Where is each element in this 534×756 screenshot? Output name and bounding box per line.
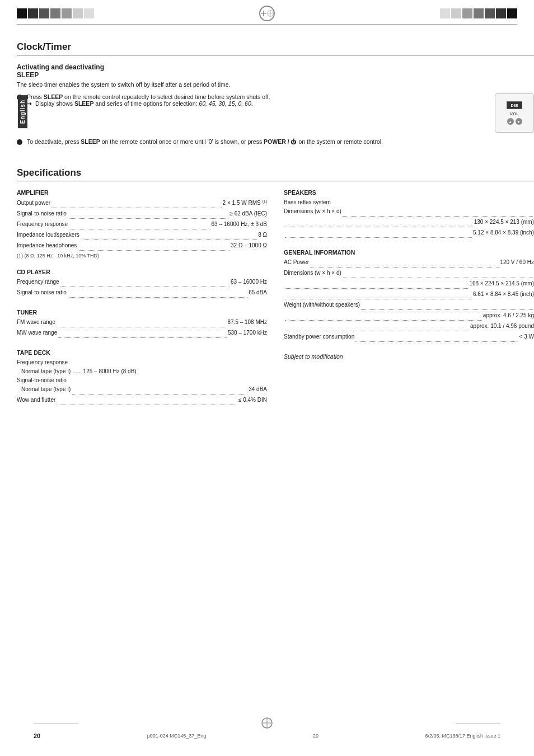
tape-freq-sub: Normal tape (type I) ...... 125 – 8000 H… [17,367,267,376]
page-number: 20 [34,732,40,739]
tuner-mw-row: MW wave range ..........................… [17,328,267,339]
tuner-title: TUNER [17,309,267,316]
tape-deck-group: TAPE DECK Frequency response Normal tape… [17,349,267,406]
bottom-line-left [34,724,78,724]
bottom-bar-inner [0,717,534,730]
specifications-section: Specifications AMPLIFIER Output power ..… [0,167,534,416]
gen-ac-power-row: AC Power ...............................… [284,258,534,269]
gen-weight-lb-row: ................................... appr… [284,322,534,332]
cd-snr-row: Signal-to-noise ratio ..................… [17,288,267,299]
specs-columns: AMPLIFIER Output power .................… [17,189,534,416]
gen-weight-label-row: Weight (with/without speakers) .........… [284,300,534,311]
sleep-intro-text: The sleep timer enables the system to sw… [17,81,534,88]
btn-row: ▲ ▼ [507,118,522,125]
bottom-bar-right [456,724,500,724]
crosshair-icon [259,6,275,21]
sleep-bullet-list: Press SLEEP on the remote control repeat… [17,93,534,145]
sleep-subsection-title: Activating and deactivating SLEEP [17,63,534,79]
sleep-bullet-2: To deactivate, press SLEEP on the remote… [17,138,534,145]
tuner-fm-row: FM wave range ..........................… [17,318,267,328]
tape-snr-label: Signal-to-noise ratio [17,376,267,385]
specifications-title: Specifications [17,167,534,181]
speakers-dim-label-row: Dimensions (w × h × d) .................… [284,207,534,218]
clock-timer-title: Clock/Timer [17,41,534,55]
footer: 20 p001-024 MC145_37_Eng 20 6/2/06, MC13… [0,730,534,739]
vol-label: VOL [510,111,519,116]
speakers-group: SPEAKERS Bass reflex system Dimensions (… [284,189,534,239]
bottom-area: 20 p001-024 MC145_37_Eng 20 6/2/06, MC13… [0,717,534,739]
bullet-dot-2 [17,139,22,145]
amp-imp-head-row: Impedance headphones ............ 32 Ω –… [17,241,267,252]
amp-freq-row: Frequency response ........... 63 – 1600… [17,220,267,231]
sleep-bullet-1: Press SLEEP on the remote control repeat… [17,93,534,133]
amplifier-group: AMPLIFIER Output power .................… [17,189,267,259]
cd-player-group: CD PLAYER Frequency range ..............… [17,269,267,299]
gen-dim-label-row: Dimensions (w × h × d) .................… [284,269,534,279]
top-decorative-bar [17,0,517,25]
gen-dim-mm-row: ................................... 168 … [284,279,534,290]
bottom-crosshair-center [261,717,273,730]
bottom-bar-left [34,724,78,724]
speakers-title: SPEAKERS [284,189,534,196]
tape-wow-row: Wow and flutter ........................… [17,396,267,406]
speakers-bass: Bass reflex system [284,198,534,207]
cd-freq-row: Frequency range ........................… [17,278,267,288]
gen-weight-kg-row: ................................... appr… [284,311,534,322]
btn-up: ▲ [507,118,514,125]
bullet1-arrow-text: Display shows SLEEP and series of time o… [35,100,253,107]
general-info-group: GENERAL INFORMATION AC Power ...........… [284,249,534,343]
general-info-title: GENERAL INFORMATION [284,249,534,256]
speakers-dim-mm-row: ................................... 130 … [284,218,534,228]
bullet2-text: To deactivate, press SLEEP on the remote… [27,138,534,145]
specs-left-col: AMPLIFIER Output power .................… [17,189,267,416]
gen-dim-inch-row: ................................... 6.61… [284,290,534,300]
tape-snr-sub-row: Normal tape (type I) ...................… [17,385,267,396]
tape-deck-title: TAPE DECK [17,349,267,356]
english-tab: English [18,95,27,128]
amplifier-title: AMPLIFIER [17,189,267,196]
cd-player-title: CD PLAYER [17,269,267,275]
checker-pattern-right [440,8,517,18]
clock-timer-section: Clock/Timer Activating and deactivating … [0,41,534,145]
tape-freq-label: Frequency response [17,358,267,367]
tuner-group: TUNER FM wave range ....................… [17,309,267,339]
amp-imp-loud-row: Impedance loudspeakers .................… [17,231,267,241]
footer-right: 6/2/06, MC138/17 English issue 1 [425,733,500,739]
subject-to-modification: Subject to modification [284,353,534,360]
specs-right-col: SPEAKERS Bass reflex system Dimensions (… [284,189,534,416]
bottom-line-right [456,724,500,724]
gen-standby-row: Standby power consumption ............ <… [284,332,534,343]
speakers-dim-inch-row: ................................... 5.12… [284,228,534,239]
amp-output-row: Output power ...........................… [17,198,267,209]
amp-snr-row: Signal-to-noise ratio ..................… [17,209,267,220]
display-box: D88 [507,101,522,109]
bullet1-main-text: Press SLEEP on the remote control repeat… [27,93,270,100]
footer-code: p001-024 MC145_37_Eng [147,733,207,739]
remote-control-image: D88 VOL ▲ ▼ [495,93,534,133]
checker-pattern-left [17,8,94,18]
btn-down: ▼ [516,118,522,125]
footer-center-num: 20 [313,733,318,739]
amp-note: (1) (8 Ω, 125 Hz - 10 kHz, 10% THD) [17,253,267,259]
